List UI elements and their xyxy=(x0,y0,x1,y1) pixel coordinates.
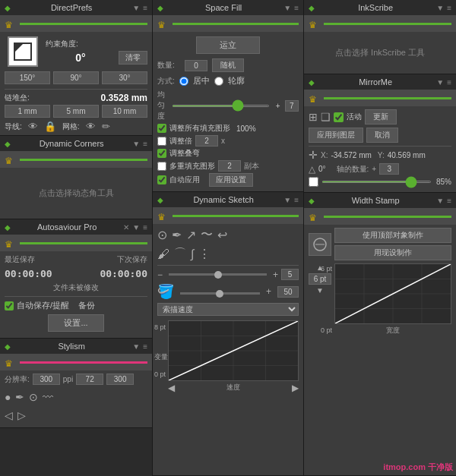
ds-target-icon[interactable]: ⊙ xyxy=(157,228,167,242)
sf-check5[interactable] xyxy=(157,175,166,184)
as-menu-icon[interactable]: ≡ xyxy=(143,223,147,232)
as-close-icon[interactable]: ✕ xyxy=(123,223,129,232)
auto-save-checkbox[interactable] xyxy=(5,301,14,311)
angle-90-button[interactable]: 90° xyxy=(53,71,99,84)
wave-tool-icon[interactable]: 〰 xyxy=(43,391,53,403)
ws-collapse-icon[interactable]: ▼ xyxy=(436,197,444,205)
grid-pencil-icon[interactable]: ✏ xyxy=(102,121,110,132)
pen-tool-icon[interactable]: ✒ xyxy=(15,391,24,403)
mm-active-checkbox[interactable] xyxy=(334,112,344,122)
is-menu-icon[interactable]: ≡ xyxy=(447,4,451,12)
ds-brush-icon[interactable]: 🖌 xyxy=(157,247,169,261)
gap-10mm-button[interactable]: 10 mm xyxy=(102,105,147,118)
angle-30-button[interactable]: 30° xyxy=(102,71,147,84)
sf-check1[interactable] xyxy=(157,124,166,133)
ds-arrow-icon[interactable]: ↗ xyxy=(186,228,196,242)
ws-spin-down[interactable]: ▼ xyxy=(316,286,324,295)
sf-uniform-row: 均匀度 + 7 xyxy=(157,90,299,121)
ds-header: ◆ Dynamic Sketch ▼ ≡ xyxy=(153,192,303,207)
menu-icon[interactable]: ≡ xyxy=(143,4,147,12)
auto-save-row: 自动保存/提醒 备份 xyxy=(5,300,147,311)
ds-slider1-minus[interactable]: − xyxy=(157,270,163,280)
sf-center-radio[interactable] xyxy=(179,77,188,86)
sf-check3[interactable] xyxy=(157,149,166,158)
sf-check4[interactable] xyxy=(157,162,166,171)
mm-edges-plus[interactable]: + xyxy=(372,165,376,173)
lock-icon[interactable]: 🔒 xyxy=(44,121,56,132)
collapse-icon[interactable]: ▼ xyxy=(132,4,140,12)
mm-layers-icon[interactable]: ❑ xyxy=(321,111,331,123)
settings-button[interactable]: 设置... xyxy=(48,314,103,332)
ds-curve1-icon[interactable]: ⌒ xyxy=(174,246,186,262)
gap-5mm-button[interactable]: 5 mm xyxy=(53,105,99,118)
ds-nav-left[interactable]: ◀ xyxy=(168,383,175,393)
sf-check5-label: 自动应用 xyxy=(169,175,200,185)
sf-collapse-icon[interactable]: ▼ xyxy=(283,4,291,12)
ws-btn1[interactable]: 使用顶部对象制作 xyxy=(334,228,451,243)
sf-random-button[interactable]: 随机 xyxy=(212,58,244,72)
dynamic-corners-content: 点击选择动态角工具 xyxy=(0,168,152,219)
directprefs-header: ◆ DirectPrefs ▼ ≡ xyxy=(0,0,152,15)
dc-menu-icon[interactable]: ≡ xyxy=(143,140,147,148)
as-collapse-icon[interactable]: ▼ xyxy=(132,223,140,232)
angle-150-button[interactable]: 150° xyxy=(5,71,50,84)
mm-cancel-button[interactable]: 取消 xyxy=(366,128,398,143)
sf-check4-value: 2 xyxy=(218,160,241,172)
sf-check2[interactable] xyxy=(157,137,166,146)
ds-curve2-icon[interactable]: ∫ xyxy=(191,247,194,261)
mm-update-button[interactable]: 更新 xyxy=(365,109,397,125)
eye-icon[interactable]: 👁 xyxy=(28,121,38,132)
ds-iron-icon[interactable]: 🪣 xyxy=(157,283,174,300)
ws-header: ◆ Width Stamp ▼ ≡ xyxy=(304,193,456,208)
arrow-l-icon[interactable]: ◁ xyxy=(5,409,13,421)
sf-check2-label: 调整倍 xyxy=(169,136,192,147)
mm-percent-slider[interactable] xyxy=(321,181,432,183)
ds-tools-row1: ⊙ ✒ ↗ 〜 ↩ xyxy=(153,224,303,246)
gap-1mm-button[interactable]: 1 mm xyxy=(5,105,50,118)
arrow-r-icon[interactable]: ▷ xyxy=(17,409,26,421)
ws-header-icons: ▼ ≡ xyxy=(436,197,451,205)
ds-pen-icon[interactable]: ✒ xyxy=(172,228,182,242)
ds-slider1[interactable] xyxy=(169,273,267,276)
ds-speed-select[interactable]: 索描速度 xyxy=(157,303,299,316)
ds-collapse-icon[interactable]: ▼ xyxy=(283,196,291,204)
sf-wheel-radio[interactable] xyxy=(214,77,223,86)
sf-apply-button[interactable]: 应用设置 xyxy=(209,173,253,187)
mm-frame-icon[interactable]: ⊞ xyxy=(309,111,318,123)
as-diamond: ◆ xyxy=(5,223,11,232)
mm-collapse-icon[interactable]: ▼ xyxy=(436,78,444,87)
ws-menu-icon[interactable]: ≡ xyxy=(447,197,451,205)
sy-menu-icon[interactable]: ≡ xyxy=(143,342,147,351)
mm-menu-icon[interactable]: ≡ xyxy=(447,78,451,87)
ds-slider2[interactable] xyxy=(180,292,260,295)
ws-title: Width Stamp xyxy=(352,196,400,205)
ds-slider2-plus[interactable]: + xyxy=(266,286,271,297)
target-tool-icon[interactable]: ⊙ xyxy=(29,391,38,403)
ws-btn2[interactable]: 用现设制作 xyxy=(334,245,451,260)
circle-tool-icon[interactable]: ● xyxy=(5,391,11,403)
sf-setup-button[interactable]: 运立 xyxy=(196,36,260,54)
ds-slider1-plus[interactable]: + xyxy=(273,270,278,280)
is-collapse-icon[interactable]: ▼ xyxy=(436,4,444,12)
dc-header-icons: ▼ ≡ xyxy=(132,140,147,148)
sf-menu-icon[interactable]: ≡ xyxy=(294,4,299,12)
ds-spiral-icon[interactable]: ↩ xyxy=(217,228,227,242)
dc-collapse-icon[interactable]: ▼ xyxy=(132,140,140,148)
ds-menu-icon[interactable]: ≡ xyxy=(294,196,299,204)
grid-eye-icon[interactable]: 👁 xyxy=(86,121,96,132)
stylism-panel: ◆ Stylism ▼ ≡ 分辨率: 300 ppi 72 300 ● ✒ ⊙ xyxy=(0,339,152,428)
mm-apply-button[interactable]: 应用到图层 xyxy=(309,128,363,143)
reset-button[interactable]: 清零 xyxy=(119,51,147,65)
ds-tools-row2: 🖌 ⌒ ∫ ⋮ xyxy=(153,246,303,265)
sf-uniform-slider[interactable] xyxy=(172,105,270,107)
mm-percent-checkbox[interactable] xyxy=(309,177,318,187)
ds-nav-right[interactable]: ▶ xyxy=(292,383,299,393)
mm-percent-value: 85% xyxy=(436,178,451,186)
ds-wave-icon[interactable]: 〜 xyxy=(201,227,213,243)
sy-collapse-icon[interactable]: ▼ xyxy=(132,342,140,351)
ws-subheader xyxy=(304,208,456,225)
sf-check3-row: 调整叠弯 xyxy=(157,148,299,159)
mm-edges-input[interactable] xyxy=(379,163,399,175)
sf-check1-row: 调整所有填充图形 100% xyxy=(157,123,299,134)
ds-zigzag-icon[interactable]: ⋮ xyxy=(198,247,211,261)
